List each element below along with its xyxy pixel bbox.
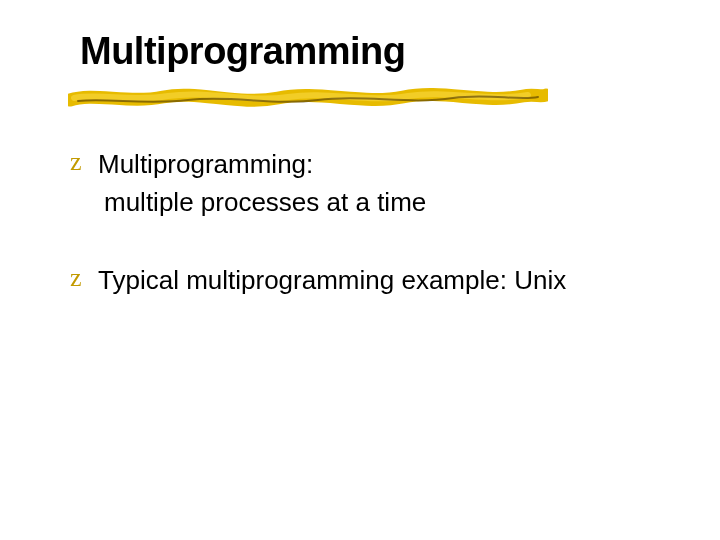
slide-title: Multiprogramming: [80, 30, 640, 73]
slide: Multiprogramming z Multiprogramming: mul…: [0, 0, 720, 540]
bullet-marker-icon: z: [70, 145, 98, 179]
bullet-item: z Multiprogramming: multiple processes a…: [70, 145, 670, 221]
bullet-marker-icon: z: [70, 261, 98, 295]
bullet-item: z Typical multiprogramming example: Unix: [70, 261, 670, 299]
bullet-line: Typical multiprogramming example: Unix: [98, 261, 566, 299]
title-underline: [68, 86, 548, 108]
bullet-text: Typical multiprogramming example: Unix: [98, 261, 566, 299]
brush-stroke-icon: [68, 86, 548, 108]
slide-body: z Multiprogramming: multiple processes a…: [70, 145, 670, 339]
bullet-text: Multiprogramming: multiple processes at …: [98, 145, 426, 221]
bullet-line: Multiprogramming:: [98, 145, 426, 183]
bullet-line: multiple processes at a time: [98, 183, 426, 221]
title-wrap: Multiprogramming: [80, 30, 640, 73]
